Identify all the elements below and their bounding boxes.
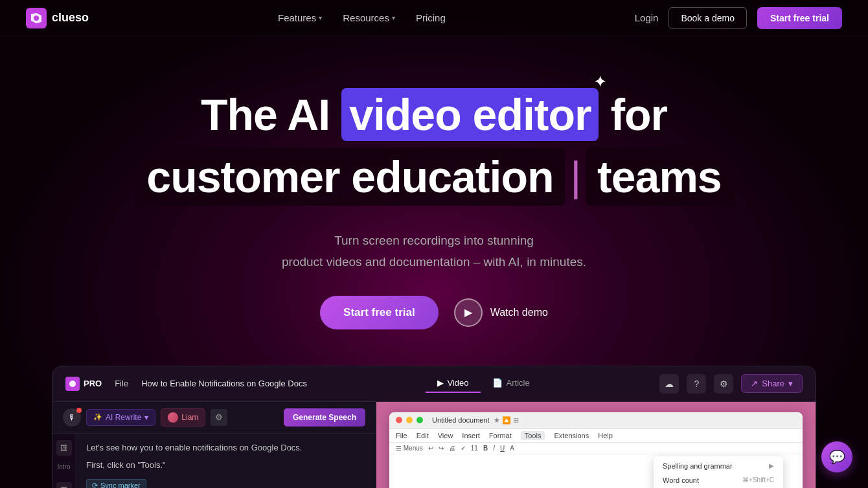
doc-filename: Untitled document	[432, 416, 490, 424]
doc-menu-view[interactable]: View	[438, 432, 453, 439]
doc-tb-italic[interactable]: I	[493, 445, 495, 452]
sync-icon: ⟳	[92, 482, 98, 488]
document-window: Untitled document ★ 🔼 ⊞ File Edit View I…	[389, 412, 803, 488]
mic-button[interactable]: 🎙	[63, 408, 81, 427]
cm-spelling[interactable]: Spelling and grammar ▶	[654, 459, 783, 473]
resources-chevron-icon: ▾	[392, 14, 395, 21]
app-titlebar: PRO File How to Enable Notifications on …	[52, 366, 816, 402]
book-demo-button[interactable]: Book a demo	[668, 7, 747, 29]
chat-icon: 💬	[829, 449, 845, 465]
recording-indicator	[76, 408, 82, 413]
doc-menu-insert[interactable]: Insert	[462, 432, 480, 439]
pipe-divider: |	[570, 156, 580, 197]
doc-tb-spellcheck[interactable]: ✓	[461, 445, 466, 452]
share-icon: ↗	[751, 379, 758, 388]
cm-wordcount[interactable]: Word count ⌘+Shift+C	[654, 473, 783, 487]
features-chevron-icon: ▾	[319, 14, 322, 21]
hero-line1: The AI Video video editor ✦ for	[135, 88, 733, 141]
doc-menu-edit[interactable]: Edit	[417, 432, 429, 439]
titlebar-actions: ☁ ? ⚙ ↗ Share ▾	[659, 374, 803, 394]
generate-speech-button[interactable]: Generate Speech	[284, 408, 365, 427]
hero-line2-left: customer education	[135, 148, 565, 206]
hero-line1-start: The AI	[201, 90, 341, 139]
hero-line2: customer education | teams	[135, 148, 733, 206]
doc-tb-undo[interactable]: ↩	[428, 445, 433, 452]
doc-menu-help[interactable]: Help	[598, 432, 613, 439]
doc-tb-color[interactable]: A	[510, 445, 514, 452]
doc-star-icon: ★ 🔼 ⊞	[494, 416, 519, 425]
hero-line1-end: for	[610, 90, 667, 139]
doc-close-btn[interactable]	[396, 417, 402, 423]
settings-icon-button[interactable]: ⚙	[714, 374, 733, 394]
hero-highlight: Video video editor ✦	[341, 88, 599, 141]
nav-features[interactable]: Features ▾	[278, 12, 322, 23]
help-icon-button[interactable]: ?	[687, 374, 706, 394]
ai-rewrite-button[interactable]: ✨ AI Rewrite ▾	[86, 409, 155, 426]
login-button[interactable]: Login	[635, 12, 659, 23]
nav-pricing[interactable]: Pricing	[416, 12, 446, 23]
start-trial-button[interactable]: Start free trial	[320, 296, 439, 329]
hero-buttons: Start free trial ▶ Watch demo	[320, 296, 548, 329]
sparkle-icon: ✦	[594, 74, 605, 90]
app-body: 🎙 ✨ AI Rewrite ▾ Liam ⚙ Generate Speech	[52, 402, 816, 488]
video-tab-icon: ▶	[437, 378, 444, 388]
nav-center: Features ▾ Resources ▾ Pricing	[278, 12, 446, 23]
watch-demo-button[interactable]: ▶ Watch demo	[454, 298, 548, 327]
intro-label: Intro	[57, 463, 70, 471]
nav-start-trial-button[interactable]: Start free trial	[757, 7, 842, 29]
doc-tb-font[interactable]: 11	[471, 445, 478, 452]
doc-titlebar: Untitled document ★ 🔼 ⊞	[389, 412, 803, 429]
cloud-icon-button[interactable]: ☁	[659, 374, 679, 394]
share-button[interactable]: ↗ Share ▾	[741, 374, 803, 393]
doc-tb-bold[interactable]: B	[483, 445, 488, 452]
titlebar-file-label: File	[115, 379, 128, 388]
voiceover-text-area: Let's see how you to enable notification…	[76, 434, 376, 488]
doc-menu-file[interactable]: File	[396, 432, 407, 439]
voiceover-sidebar-icon-1[interactable]: 🖼	[56, 440, 72, 456]
share-chevron-icon: ▾	[788, 379, 793, 388]
doc-tb-redo[interactable]: ↪	[439, 445, 444, 452]
doc-minimize-btn[interactable]	[406, 417, 413, 423]
doc-tb-print[interactable]: 🖨	[449, 445, 455, 452]
doc-menu-extensions[interactable]: Extensions	[554, 432, 589, 439]
right-panel: Untitled document ★ 🔼 ⊞ File Edit View I…	[376, 402, 816, 488]
logo-text: clueso	[52, 11, 89, 25]
app-preview: PRO File How to Enable Notifications on …	[52, 366, 816, 488]
logo[interactable]: clueso	[26, 8, 89, 28]
hero-subtitle: Turn screen recordings into stunning pro…	[282, 230, 586, 272]
chat-button[interactable]: 💬	[821, 441, 852, 472]
svg-point-1	[34, 16, 39, 21]
tab-video[interactable]: ▶ Video	[426, 374, 481, 393]
context-menu: Spelling and grammar ▶ Word count ⌘+Shif…	[654, 456, 783, 488]
tab-article[interactable]: 📄 Article	[481, 374, 542, 393]
ai-icon: ✨	[93, 413, 102, 421]
hero-title: The AI Video video editor ✦ for customer…	[135, 88, 733, 206]
titlebar-filename: How to Enable Notifications on Google Do…	[141, 379, 307, 388]
speaker-button[interactable]: Liam	[161, 408, 205, 427]
doc-menu-tools[interactable]: Tools	[521, 431, 545, 440]
play-icon: ▶	[454, 298, 483, 327]
hero-section: The AI Video video editor ✦ for customer…	[0, 36, 868, 329]
speaker-avatar	[168, 412, 178, 423]
logo-icon	[26, 8, 47, 28]
navbar: clueso Features ▾ Resources ▾ Pricing Lo…	[0, 0, 868, 36]
voiceover-settings-button[interactable]: ⚙	[211, 409, 227, 426]
voiceover-content-row: 🖼 Intro 🖼 Let's see how you to enable no…	[52, 434, 376, 488]
doc-tb-menus[interactable]: ☰ Menus	[396, 445, 423, 452]
svg-point-3	[69, 381, 76, 387]
doc-menubar: File Edit View Insert Format Tools Exten…	[389, 429, 803, 443]
doc-toolbar: ☰ Menus ↩ ↪ 🖨 ✓ 11 B I U A	[389, 443, 803, 454]
article-tab-icon: 📄	[492, 378, 503, 388]
voiceover-text: Let's see how you to enable notification…	[86, 441, 365, 488]
doc-tb-underline[interactable]: U	[500, 445, 505, 452]
pro-badge: PRO	[65, 377, 102, 391]
sync-marker-button[interactable]: ⟳ Sync marker	[86, 479, 146, 488]
nav-resources[interactable]: Resources ▾	[343, 12, 395, 23]
doc-maximize-btn[interactable]	[417, 417, 423, 423]
voiceover-sidebar-icon-2[interactable]: 🖼	[56, 482, 72, 488]
titlebar-tabs: ▶ Video 📄 Article	[426, 374, 542, 393]
ai-rewrite-chevron-icon: ▾	[144, 413, 148, 422]
voiceover-sidebar: 🖼 Intro 🖼	[52, 434, 76, 488]
doc-menu-format[interactable]: Format	[489, 432, 512, 439]
left-panel: 🎙 ✨ AI Rewrite ▾ Liam ⚙ Generate Speech	[52, 402, 376, 488]
